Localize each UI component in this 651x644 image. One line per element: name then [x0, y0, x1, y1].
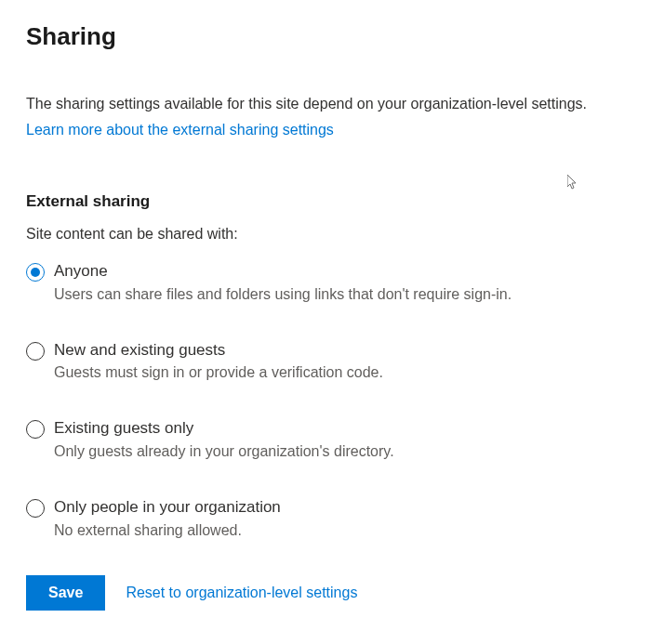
radio-description: No external sharing allowed.	[54, 520, 281, 541]
radio-description: Users can share files and folders using …	[54, 284, 512, 305]
radio-description: Only guests already in your organization…	[54, 441, 394, 462]
radio-option-anyone[interactable]: Anyone Users can share files and folders…	[26, 261, 625, 305]
radio-option-existing-guests-only[interactable]: Existing guests only Only guests already…	[26, 418, 625, 462]
save-button[interactable]: Save	[26, 575, 105, 611]
radio-dot-icon	[31, 268, 40, 277]
radio-option-new-existing-guests[interactable]: New and existing guests Guests must sign…	[26, 340, 625, 384]
reset-link[interactable]: Reset to organization-level settings	[126, 585, 357, 601]
radio-icon	[26, 263, 45, 282]
learn-more-link[interactable]: Learn more about the external sharing se…	[26, 122, 334, 138]
cursor-icon	[567, 175, 578, 190]
section-subheading: Site content can be shared with:	[26, 226, 625, 243]
page-title: Sharing	[26, 22, 625, 51]
radio-label: New and existing guests	[54, 340, 383, 361]
radio-option-only-org[interactable]: Only people in your organization No exte…	[26, 497, 625, 541]
radio-label: Anyone	[54, 261, 512, 283]
radio-icon	[26, 499, 45, 518]
radio-icon	[26, 420, 45, 439]
radio-description: Guests must sign in or provide a verific…	[54, 362, 383, 383]
radio-label: Existing guests only	[54, 418, 394, 440]
radio-icon	[26, 342, 45, 361]
section-heading-external-sharing: External sharing	[26, 192, 625, 211]
radio-label: Only people in your organization	[54, 497, 281, 519]
actions-row: Save Reset to organization-level setting…	[26, 575, 625, 611]
intro-text: The sharing settings available for this …	[26, 96, 625, 112]
